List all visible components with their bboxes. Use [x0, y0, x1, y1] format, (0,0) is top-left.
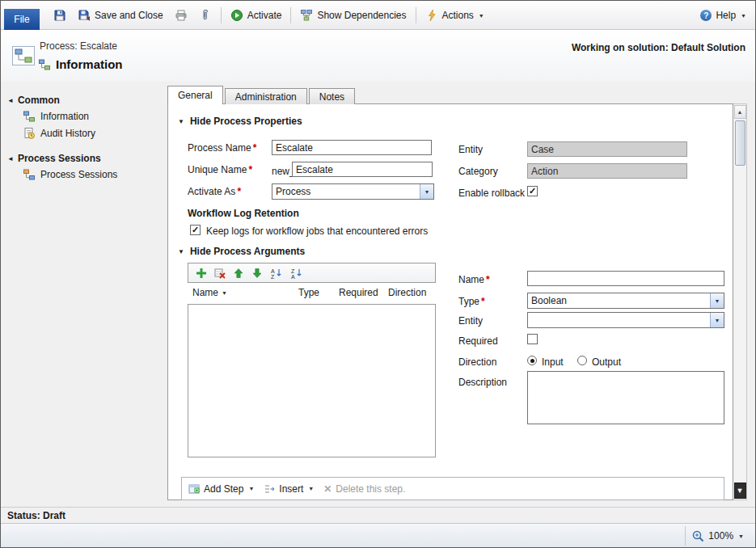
sidebar-item-information-label: Information	[40, 111, 89, 122]
delete-row-icon	[214, 268, 226, 279]
section-collapse-icon: ▼	[178, 248, 184, 255]
workflow-icon	[23, 110, 36, 123]
tab-general[interactable]: General	[167, 86, 223, 104]
required-marker: *	[253, 142, 257, 154]
entity-label: Entity	[458, 144, 483, 155]
save-and-close-icon	[78, 9, 91, 22]
help-caret-icon: ▼	[741, 13, 746, 19]
arrow-down-icon	[251, 268, 263, 279]
add-step-icon	[188, 483, 200, 495]
print-button[interactable]	[169, 6, 193, 24]
argument-type-select[interactable]: Boolean ▼	[527, 293, 724, 309]
move-up-button[interactable]	[233, 268, 244, 279]
argument-entity-select[interactable]: ▼	[527, 312, 724, 328]
column-header-type[interactable]: Type	[298, 287, 319, 298]
required-marker: *	[486, 274, 490, 285]
insert-caret-icon: ▼	[308, 486, 314, 491]
argument-entity-dropdown-icon[interactable]: ▼	[710, 313, 724, 327]
status-bar: Status: Draft	[1, 507, 755, 523]
sort-ascending-button[interactable]: AZ	[270, 268, 283, 279]
print-icon	[175, 9, 188, 22]
add-step-button[interactable]: Add Step ▼	[188, 483, 254, 495]
enable-rollback-checkbox[interactable]: ✓	[527, 186, 538, 196]
collapse-icon: ◄	[7, 155, 14, 162]
add-step-caret-icon: ▼	[248, 486, 254, 491]
delete-step-button[interactable]: ✕ Delete this step.	[323, 483, 405, 495]
direction-input-radio[interactable]	[527, 356, 537, 365]
tab-administration[interactable]: Administration	[225, 88, 307, 104]
activate-button[interactable]: Activate	[225, 6, 288, 24]
column-direction-label: Direction	[388, 287, 426, 298]
scroll-down-button[interactable]: ▼	[734, 483, 746, 499]
column-header-direction[interactable]: Direction	[388, 287, 426, 298]
keep-logs-checkbox[interactable]: ✓	[190, 225, 201, 235]
save-and-close-button[interactable]: Save and Close	[72, 6, 169, 24]
column-filter-icon: ▼	[222, 290, 227, 296]
file-menu-button[interactable]: File	[4, 9, 40, 30]
arguments-grid-toolbar: AZ ZA	[188, 263, 436, 283]
required-marker: *	[481, 296, 485, 307]
workflow-log-retention-title: Workflow Log Retention	[188, 208, 299, 219]
save-button[interactable]	[48, 6, 72, 24]
vertical-scrollbar[interactable]: ▲ ▼	[733, 103, 747, 500]
argument-description-textarea[interactable]	[527, 371, 724, 424]
information-icon	[38, 58, 51, 71]
tab-general-label: General	[178, 90, 213, 101]
tab-notes-label: Notes	[319, 91, 344, 103]
argument-required-checkbox[interactable]	[527, 334, 538, 344]
move-down-button[interactable]	[251, 268, 263, 279]
process-arguments-section-header[interactable]: ▼ Hide Process Arguments	[178, 246, 305, 257]
sort-za-icon: ZA	[290, 268, 303, 279]
toolbar-separator	[290, 7, 291, 23]
help-button[interactable]: ? Help ▼	[695, 7, 752, 23]
toolbar-separator	[221, 7, 222, 23]
sidebar-item-process-sessions[interactable]: Process Sessions	[23, 168, 167, 181]
check-icon: ✓	[192, 226, 199, 234]
activate-as-select[interactable]: Process ▼	[272, 183, 434, 200]
step-toolbar: Add Step ▼ Insert ▼ ✕ Delete this step.	[181, 477, 724, 500]
save-icon	[53, 9, 66, 22]
argument-direction-label: Direction	[458, 356, 496, 368]
sidebar-item-audit-history[interactable]: Audit History	[23, 127, 167, 140]
sidebar-item-audit-history-label: Audit History	[40, 128, 95, 139]
add-argument-button[interactable]	[196, 268, 207, 279]
svg-text:A: A	[291, 273, 295, 279]
tab-notes[interactable]: Notes	[309, 88, 355, 104]
entity-readonly-field: Case	[527, 141, 687, 157]
argument-name-input[interactable]	[527, 271, 724, 286]
column-header-required[interactable]: Required	[339, 287, 378, 298]
sidebar-item-information[interactable]: Information	[23, 110, 167, 123]
scrollbar-thumb[interactable]	[735, 120, 745, 166]
attachment-button[interactable]	[193, 6, 218, 24]
process-sessions-icon	[23, 168, 36, 181]
activate-as-dropdown-icon[interactable]: ▼	[420, 184, 433, 199]
delete-step-label: Delete this step.	[336, 483, 405, 495]
arguments-grid-list[interactable]	[188, 304, 436, 457]
show-dependencies-button[interactable]: Show Dependencies	[294, 6, 412, 24]
collapse-icon: ◄	[7, 97, 14, 104]
process-name-input[interactable]: Escalate	[272, 140, 432, 155]
sort-descending-button[interactable]: ZA	[290, 268, 303, 279]
unique-name-input[interactable]: Escalate	[292, 162, 433, 177]
page-title-row: Information	[38, 57, 123, 71]
category-readonly-field: Action	[527, 163, 687, 179]
argument-description-label: Description	[458, 377, 507, 388]
argument-type-dropdown-icon[interactable]: ▼	[710, 293, 724, 308]
column-header-name[interactable]: Name▼	[192, 287, 227, 298]
actions-button[interactable]: Actions ▼	[420, 6, 490, 24]
delete-argument-button[interactable]	[214, 268, 226, 279]
process-properties-section-header[interactable]: ▼ Hide Process Properties	[178, 116, 302, 127]
dependencies-icon	[300, 9, 313, 22]
sidebar-section-common[interactable]: ◄ Common	[7, 95, 167, 106]
insert-button[interactable]: Insert ▼	[264, 483, 314, 495]
browser-status-bar: 100% ▼	[1, 523, 755, 547]
audit-history-icon	[23, 127, 36, 140]
direction-output-radio[interactable]	[577, 356, 587, 365]
unique-name-label: Unique Name*	[188, 164, 252, 175]
sidebar-section-process-sessions[interactable]: ◄ Process Sessions	[7, 153, 167, 164]
zoom-control[interactable]: 100% ▼	[685, 526, 750, 546]
help-label: Help	[716, 10, 736, 21]
scroll-up-button[interactable]: ▲	[734, 105, 746, 119]
add-icon	[196, 268, 207, 279]
crm-process-window: File Save and Close Activate	[0, 0, 756, 548]
